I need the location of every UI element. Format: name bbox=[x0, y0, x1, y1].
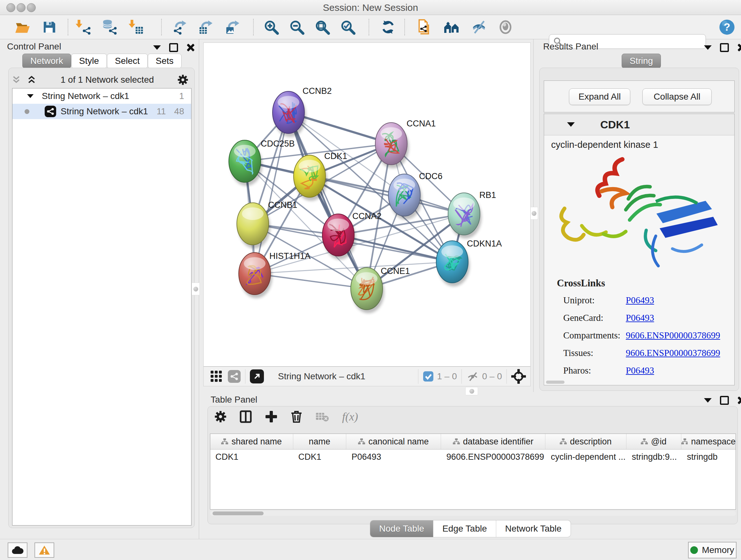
import-network-from-database-icon[interactable] bbox=[99, 18, 119, 36]
network-view-icon[interactable] bbox=[228, 370, 241, 383]
zoom-fit-content-icon[interactable] bbox=[312, 18, 333, 36]
close-panel-icon[interactable] bbox=[737, 44, 741, 52]
export-network-icon[interactable] bbox=[170, 18, 190, 36]
import-table-from-file-icon[interactable] bbox=[126, 18, 146, 36]
create-column-icon[interactable] bbox=[265, 410, 278, 423]
column-header[interactable]: @id bbox=[626, 434, 681, 449]
birds-eye-view-icon[interactable] bbox=[250, 369, 264, 383]
import-network-from-file-icon[interactable] bbox=[73, 18, 93, 36]
collapse-all-button[interactable]: Collapse All bbox=[643, 88, 712, 105]
table-row[interactable]: CDK1 CDK1 P06493 9606.ENSP00000378699 cy… bbox=[210, 449, 736, 464]
update-network-icon[interactable] bbox=[378, 18, 398, 36]
cell-canonical-name[interactable]: P06493 bbox=[346, 452, 441, 462]
zoom-in-icon[interactable] bbox=[261, 18, 281, 36]
network-node-CDKN1A[interactable]: CDKN1A bbox=[436, 239, 502, 287]
column-header[interactable]: canonical name bbox=[346, 434, 441, 449]
bottom-splitter-handle[interactable] bbox=[465, 387, 478, 395]
network-node-CCNE1[interactable]: CCNE1 bbox=[351, 266, 410, 313]
function-builder-icon[interactable]: f(x) bbox=[342, 410, 358, 423]
delete-table-icon[interactable] bbox=[315, 411, 329, 422]
cell-name[interactable]: CDK1 bbox=[293, 452, 347, 462]
tab-select[interactable]: Select bbox=[107, 54, 148, 68]
float-panel-icon[interactable] bbox=[720, 43, 729, 52]
gear-icon[interactable] bbox=[178, 74, 188, 85]
network-node-CCNA1[interactable]: CCNA1 bbox=[375, 119, 436, 168]
first-neighbors-icon[interactable] bbox=[414, 18, 434, 36]
collapse-all-icon[interactable] bbox=[11, 75, 22, 84]
crosslink-link[interactable]: P06493 bbox=[626, 295, 654, 306]
protein-header[interactable]: CDK1 bbox=[544, 114, 734, 135]
cell-database-identifier[interactable]: 9606.ENSP00000378699 bbox=[441, 452, 546, 462]
zoom-selected-region-icon[interactable] bbox=[338, 18, 358, 36]
show-all-icon[interactable] bbox=[495, 18, 516, 36]
houses-icon[interactable] bbox=[442, 18, 462, 36]
cell-id[interactable]: stringdb:9... bbox=[627, 452, 682, 462]
save-session-icon[interactable] bbox=[39, 18, 59, 36]
left-splitter-handle[interactable] bbox=[192, 283, 200, 295]
tab-network[interactable]: Network bbox=[22, 54, 71, 68]
table-hscrollbar[interactable] bbox=[210, 511, 736, 516]
panel-menu-icon[interactable] bbox=[704, 398, 712, 402]
table-settings-gear-icon[interactable] bbox=[214, 411, 226, 423]
grid-view-icon[interactable] bbox=[210, 370, 223, 383]
table-hscroll-thumb[interactable] bbox=[212, 511, 264, 515]
column-header[interactable]: description bbox=[545, 434, 626, 449]
tab-network-table[interactable]: Network Table bbox=[496, 520, 570, 537]
tab-style[interactable]: Style bbox=[71, 54, 107, 68]
hide-selected-icon[interactable] bbox=[469, 18, 489, 36]
float-panel-icon[interactable] bbox=[169, 43, 178, 52]
help-icon[interactable]: ? bbox=[717, 18, 737, 36]
hidden-items-icon[interactable] bbox=[466, 371, 479, 382]
show-columns-icon[interactable] bbox=[239, 410, 252, 423]
network-row[interactable]: String Network – cdk1 11 48 bbox=[12, 104, 191, 119]
column-header[interactable]: namespace bbox=[681, 434, 736, 449]
crosslink-link[interactable]: P06493 bbox=[626, 365, 654, 376]
network-canvas[interactable]: CCNB2CCNA1CDC25BCDK1CDC6RB1CCNB1CCNA2CDK… bbox=[203, 43, 531, 367]
network-node-HIST1H1A[interactable]: HIST1H1A bbox=[239, 251, 311, 298]
export-image-icon[interactable] bbox=[223, 18, 243, 36]
float-panel-icon[interactable] bbox=[720, 396, 729, 405]
expand-all-icon[interactable] bbox=[26, 75, 37, 84]
results-hscroll-thumb[interactable] bbox=[546, 381, 564, 384]
cell-namespace[interactable]: stringdb bbox=[682, 452, 736, 462]
expand-all-button[interactable]: Expand All bbox=[569, 88, 630, 105]
panel-menu-icon[interactable] bbox=[704, 45, 712, 50]
zoom-out-icon[interactable] bbox=[286, 18, 307, 36]
crosshair-icon[interactable] bbox=[511, 369, 526, 384]
network-edge[interactable] bbox=[255, 112, 288, 273]
cell-shared-name[interactable]: CDK1 bbox=[210, 452, 293, 462]
cloud-button[interactable] bbox=[8, 543, 27, 558]
export-table-icon[interactable] bbox=[196, 18, 216, 36]
open-session-icon[interactable] bbox=[12, 18, 32, 36]
collapse-protein-icon[interactable] bbox=[567, 122, 575, 127]
tab-string[interactable]: String bbox=[622, 54, 661, 68]
cell-description[interactable]: cyclin-dependent ... bbox=[546, 452, 627, 462]
tab-node-table[interactable]: Node Table bbox=[370, 520, 433, 537]
crosslink-link[interactable]: 9606.ENSP00000378699 bbox=[626, 330, 720, 341]
network-edge[interactable] bbox=[310, 176, 464, 214]
network-edge[interactable] bbox=[288, 112, 367, 289]
window-titlebar[interactable]: Session: New Session bbox=[0, 0, 741, 15]
close-panel-icon[interactable] bbox=[737, 396, 741, 405]
selected-nodes-icon[interactable] bbox=[423, 371, 434, 382]
memory-button[interactable]: Memory bbox=[688, 542, 737, 558]
tab-edge-table[interactable]: Edge Table bbox=[433, 520, 496, 537]
warnings-button[interactable] bbox=[35, 543, 54, 558]
collection-caret-icon[interactable] bbox=[27, 94, 33, 98]
crosslink-link[interactable]: P06493 bbox=[626, 313, 654, 323]
right-splitter-handle[interactable] bbox=[530, 207, 538, 220]
close-panel-icon[interactable] bbox=[186, 44, 195, 52]
network-graph[interactable]: CCNB2CCNA1CDC25BCDK1CDC6RB1CCNB1CCNA2CDK… bbox=[204, 43, 530, 366]
network-node-CCNB2[interactable]: CCNB2 bbox=[273, 86, 332, 137]
network-collection-row[interactable]: String Network – cdk1 1 bbox=[12, 88, 191, 104]
network-node-CCNB1[interactable]: CCNB1 bbox=[237, 200, 297, 248]
panel-menu-icon[interactable] bbox=[153, 45, 161, 50]
crosslink-link[interactable]: 9606.ENSP00000378699 bbox=[626, 348, 720, 358]
column-header[interactable]: database identifier bbox=[441, 434, 545, 449]
column-header[interactable]: shared name bbox=[210, 434, 293, 449]
network-node-CDC6[interactable]: CDC6 bbox=[388, 172, 443, 220]
network-node-RB1[interactable]: RB1 bbox=[448, 190, 496, 239]
column-header[interactable]: name bbox=[293, 434, 346, 449]
tab-sets[interactable]: Sets bbox=[148, 54, 182, 68]
delete-column-icon[interactable] bbox=[290, 410, 302, 423]
